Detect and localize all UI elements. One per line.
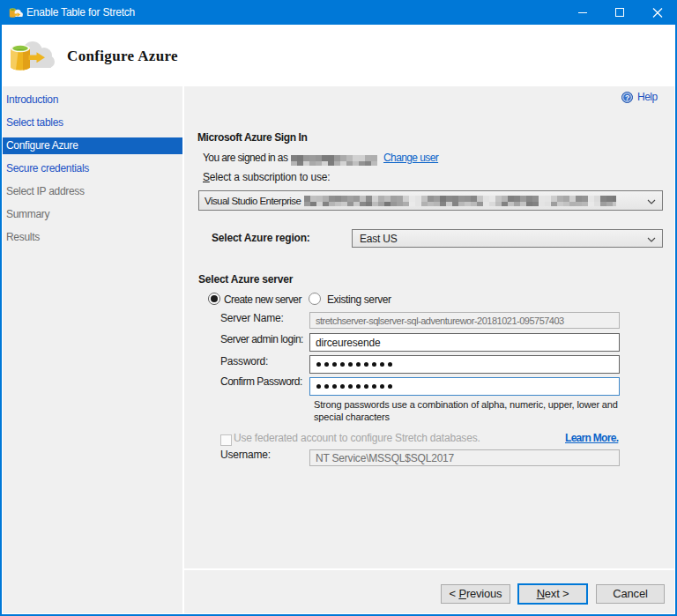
svg-text:?: ? xyxy=(625,93,629,102)
